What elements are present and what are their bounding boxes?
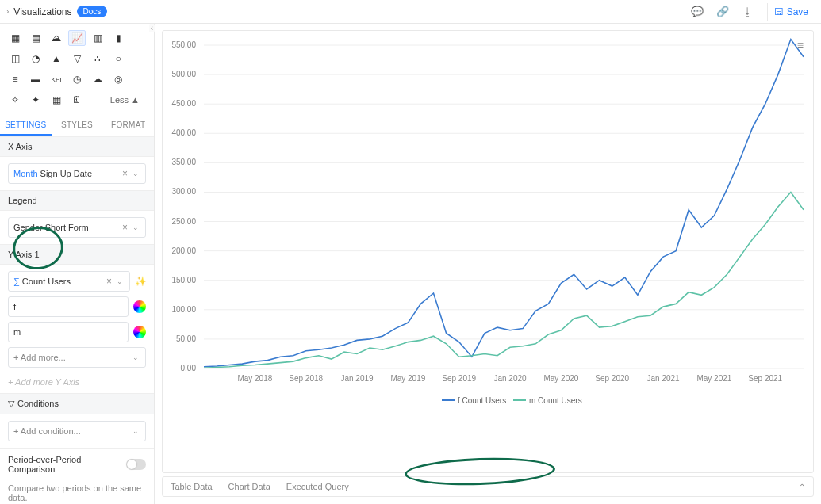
tab-executed-query[interactable]: Executed Query bbox=[286, 482, 349, 491]
viz-column-icon[interactable]: ▮ bbox=[109, 30, 127, 46]
add-y-axis[interactable]: + Add more Y Axis bbox=[0, 374, 154, 393]
xaxis-field[interactable]: Month Sign Up Date × ⌄ bbox=[8, 163, 146, 184]
series-f-field[interactable]: f bbox=[8, 296, 129, 317]
svg-text:f Count Users: f Count Users bbox=[458, 396, 506, 405]
tab-styles[interactable]: STYLES bbox=[52, 116, 103, 136]
viz-bubble-icon[interactable]: ○ bbox=[109, 51, 127, 67]
pop-header: Period-over-Period Comparison bbox=[8, 455, 126, 474]
viz-kpi-icon[interactable]: KPI bbox=[48, 71, 65, 87]
expand-data-icon[interactable]: ⌃ bbox=[799, 483, 805, 491]
chevron-down-icon[interactable]: ⌄ bbox=[131, 170, 140, 178]
chevron-down-icon[interactable]: ⌄ bbox=[131, 353, 140, 361]
viz-pie-icon[interactable]: ◔ bbox=[27, 51, 44, 67]
viz-target-icon[interactable]: ◎ bbox=[109, 71, 127, 87]
page-title: Visualizations bbox=[13, 6, 71, 17]
svg-text:550.00: 550.00 bbox=[171, 40, 196, 49]
svg-text:250.00: 250.00 bbox=[171, 217, 196, 226]
yaxis-metric-field[interactable]: ∑ Count Users × ⌄ bbox=[8, 271, 130, 292]
svg-text:50.00: 50.00 bbox=[176, 334, 196, 343]
viz-heatmap-icon[interactable]: ▦ bbox=[48, 92, 65, 108]
chart-container: ≡ 0.0050.00100.00150.00200.00250.00300.0… bbox=[162, 30, 814, 473]
collapse-sidebar-icon[interactable]: ‹ bbox=[149, 24, 155, 32]
viz-sankey-icon[interactable]: ✧ bbox=[6, 92, 24, 108]
docs-badge[interactable]: Docs bbox=[77, 6, 108, 17]
svg-text:300.00: 300.00 bbox=[171, 187, 196, 196]
remove-icon[interactable]: × bbox=[103, 276, 115, 287]
viz-area-icon[interactable]: ⛰ bbox=[48, 30, 65, 46]
remove-icon[interactable]: × bbox=[119, 222, 131, 233]
sidebar-tabs: SETTINGS STYLES FORMAT bbox=[0, 116, 154, 136]
svg-text:150.00: 150.00 bbox=[171, 276, 196, 284]
svg-text:450.00: 450.00 bbox=[171, 99, 196, 108]
pop-desc: Compare two periods on the same data. bbox=[0, 480, 154, 504]
color-picker-m[interactable] bbox=[133, 326, 146, 338]
svg-text:Sep 2020: Sep 2020 bbox=[595, 374, 629, 383]
svg-text:500.00: 500.00 bbox=[171, 70, 196, 78]
pop-toggle[interactable] bbox=[126, 459, 146, 470]
color-picker-f[interactable] bbox=[133, 300, 146, 313]
viz-gauge-icon[interactable]: ◷ bbox=[68, 71, 86, 87]
svg-text:May 2019: May 2019 bbox=[390, 374, 425, 383]
viz-pyramid-icon[interactable]: ▲ bbox=[48, 51, 65, 67]
viz-line-icon[interactable]: 📈 bbox=[68, 30, 86, 46]
less-toggle[interactable]: Less ▲ bbox=[89, 92, 148, 108]
chart-type-grid: ▦ ▤ ⛰ 📈 ▥ ▮ ◫ ◔ ▲ ▽ ∴ ○ ≡ ▬ KPI ◷ ☁ ◎ ✧ … bbox=[0, 24, 154, 111]
tab-chart-data[interactable]: Chart Data bbox=[228, 482, 270, 491]
xaxis-header: X Axis bbox=[0, 136, 154, 157]
viz-stack-icon[interactable]: ▬ bbox=[27, 71, 44, 87]
chevron-right-icon[interactable]: › bbox=[6, 7, 9, 16]
viz-bar-icon[interactable]: ▥ bbox=[89, 30, 106, 46]
download-icon[interactable]: ⭳ bbox=[739, 2, 758, 21]
legend-field[interactable]: Gender Short Form × ⌄ bbox=[8, 217, 146, 238]
chevron-down-icon[interactable]: ⌄ bbox=[131, 223, 140, 231]
remove-icon[interactable]: × bbox=[119, 168, 131, 179]
conditions-header: ▽Conditions bbox=[0, 393, 154, 414]
svg-text:Jan 2019: Jan 2019 bbox=[340, 374, 374, 383]
series-m-field[interactable]: m bbox=[8, 322, 129, 342]
chevron-down-icon[interactable]: ⌄ bbox=[115, 277, 125, 285]
svg-text:May 2020: May 2020 bbox=[543, 374, 578, 383]
viz-combo-icon[interactable]: ◫ bbox=[6, 51, 24, 67]
svg-text:100.00: 100.00 bbox=[171, 305, 196, 314]
svg-text:May 2021: May 2021 bbox=[696, 374, 731, 383]
svg-text:Sep 2021: Sep 2021 bbox=[748, 374, 782, 383]
svg-text:Jan 2021: Jan 2021 bbox=[646, 374, 680, 383]
svg-text:Jan 2020: Jan 2020 bbox=[493, 374, 527, 383]
save-button[interactable]: 🖫 Save bbox=[767, 3, 815, 21]
comment-icon[interactable]: 💬 bbox=[688, 2, 707, 21]
chevron-down-icon[interactable]: ⌄ bbox=[131, 427, 140, 435]
legend-header: Legend bbox=[0, 190, 154, 211]
viz-pivot-icon[interactable]: ▤ bbox=[27, 30, 44, 46]
tab-format[interactable]: FORMAT bbox=[102, 116, 154, 136]
filter-icon: ▽ bbox=[8, 399, 14, 408]
viz-calendar-icon[interactable]: 🗓 bbox=[68, 92, 86, 108]
viz-table-icon[interactable]: ▦ bbox=[6, 30, 24, 46]
save-icon: 🖫 bbox=[774, 6, 784, 17]
add-more-series[interactable]: + Add more... ⌄ bbox=[8, 347, 146, 368]
svg-text:400.00: 400.00 bbox=[171, 128, 196, 137]
viz-scatter-icon[interactable]: ∴ bbox=[89, 51, 106, 67]
svg-text:0.00: 0.00 bbox=[181, 364, 197, 372]
svg-text:350.00: 350.00 bbox=[171, 158, 196, 166]
tab-settings[interactable]: SETTINGS bbox=[0, 116, 52, 136]
svg-text:Sep 2018: Sep 2018 bbox=[289, 374, 323, 383]
tab-table-data[interactable]: Table Data bbox=[171, 482, 213, 491]
line-chart: 0.0050.00100.00150.00200.00250.00300.003… bbox=[204, 40, 807, 413]
svg-text:m Count Users: m Count Users bbox=[529, 396, 582, 405]
viz-funnel-icon[interactable]: ▽ bbox=[68, 51, 86, 67]
svg-text:Sep 2019: Sep 2019 bbox=[442, 374, 476, 383]
viz-hbar-icon[interactable]: ≡ bbox=[6, 71, 24, 87]
add-condition[interactable]: + Add condition... ⌄ bbox=[8, 421, 146, 441]
viz-radar-icon[interactable]: ✦ bbox=[27, 92, 44, 108]
viz-cloud-icon[interactable]: ☁ bbox=[89, 71, 106, 87]
magic-wand-icon[interactable]: ✨ bbox=[135, 276, 146, 287]
link-icon[interactable]: 🔗 bbox=[713, 2, 732, 21]
yaxis-header: Y Axis 1 bbox=[0, 244, 154, 265]
svg-text:200.00: 200.00 bbox=[171, 246, 196, 255]
svg-text:May 2018: May 2018 bbox=[237, 374, 272, 383]
